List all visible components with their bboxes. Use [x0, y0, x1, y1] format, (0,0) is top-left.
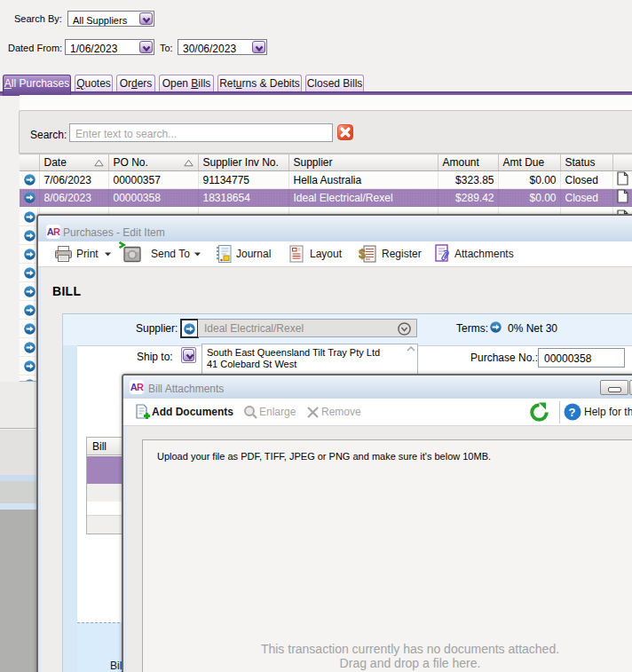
- svg-text:$: $: [359, 247, 366, 261]
- svg-text:?: ?: [569, 406, 576, 419]
